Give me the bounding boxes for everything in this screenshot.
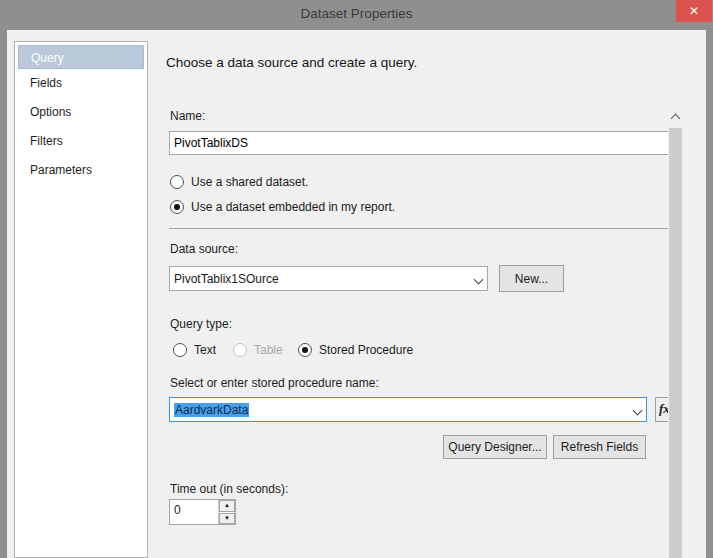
- query-type-table-option: Table: [233, 343, 283, 357]
- sidebar-item-options[interactable]: Options: [18, 98, 144, 127]
- dialog-title: Dataset Properties: [0, 6, 713, 21]
- radio-disabled-icon: [233, 343, 247, 357]
- radio-checked-icon: [298, 343, 312, 357]
- dialog-content: Query Fields Options Filters Parameters …: [7, 30, 706, 558]
- data-source-label: Data source:: [170, 242, 238, 256]
- sidebar-item-filters[interactable]: Filters: [18, 127, 144, 156]
- chevron-down-icon: [475, 275, 483, 283]
- radio-checked-icon: [170, 200, 184, 214]
- data-source-dropdown[interactable]: PivotTablix1SOurce: [169, 266, 488, 291]
- scrollbar-up-arrow[interactable]: [668, 108, 684, 125]
- stored-procedure-label: Select or enter stored procedure name:: [170, 376, 379, 390]
- shared-dataset-label: Use a shared dataset.: [191, 175, 308, 189]
- name-label: Name:: [170, 109, 205, 123]
- close-icon: ✕: [689, 4, 699, 18]
- radio-unchecked-icon: [173, 343, 187, 357]
- section-divider: [169, 228, 669, 229]
- timeout-value: 0: [170, 500, 218, 524]
- scrollbar-thumb[interactable]: [669, 128, 682, 558]
- query-designer-button[interactable]: Query Designer...: [443, 435, 547, 459]
- page-heading: Choose a data source and create a query.: [166, 55, 417, 70]
- radio-unchecked-icon: [170, 175, 184, 189]
- refresh-fields-button[interactable]: Refresh Fields: [553, 435, 646, 459]
- data-source-value: PivotTablix1SOurce: [174, 272, 475, 286]
- stored-procedure-value: AardvarkData: [174, 403, 249, 417]
- stored-procedure-combo[interactable]: AardvarkData: [169, 397, 647, 422]
- new-data-source-button[interactable]: New...: [499, 265, 564, 292]
- sidebar-item-fields[interactable]: Fields: [18, 69, 144, 98]
- dataset-name-input[interactable]: [169, 131, 669, 155]
- embedded-dataset-option[interactable]: Use a dataset embedded in my report.: [170, 200, 395, 214]
- query-type-text-option[interactable]: Text: [173, 343, 216, 357]
- dataset-properties-dialog: Dataset Properties ✕ Query Fields Option…: [0, 0, 713, 558]
- query-type-stored-procedure-label: Stored Procedure: [319, 343, 413, 357]
- spinner-up-icon[interactable]: ▲: [219, 500, 235, 512]
- embedded-dataset-label: Use a dataset embedded in my report.: [191, 200, 395, 214]
- title-bar[interactable]: Dataset Properties ✕: [0, 0, 713, 30]
- vertical-scrollbar[interactable]: [668, 108, 684, 558]
- query-type-text-label: Text: [194, 343, 216, 357]
- shared-dataset-option[interactable]: Use a shared dataset.: [170, 175, 308, 189]
- query-type-stored-procedure-option[interactable]: Stored Procedure: [298, 343, 413, 357]
- sidebar-item-parameters[interactable]: Parameters: [18, 156, 144, 185]
- timeout-label: Time out (in seconds):: [170, 482, 288, 496]
- sidebar-pages-list: Query Fields Options Filters Parameters: [14, 41, 148, 558]
- query-type-label: Query type:: [170, 317, 232, 331]
- query-type-table-label: Table: [254, 343, 283, 357]
- timeout-spinner[interactable]: 0 ▲ ▼: [169, 499, 236, 525]
- close-button[interactable]: ✕: [676, 0, 712, 22]
- chevron-down-icon: [634, 406, 642, 414]
- sidebar-item-query[interactable]: Query: [18, 45, 144, 69]
- spinner-down-icon[interactable]: ▼: [219, 513, 235, 525]
